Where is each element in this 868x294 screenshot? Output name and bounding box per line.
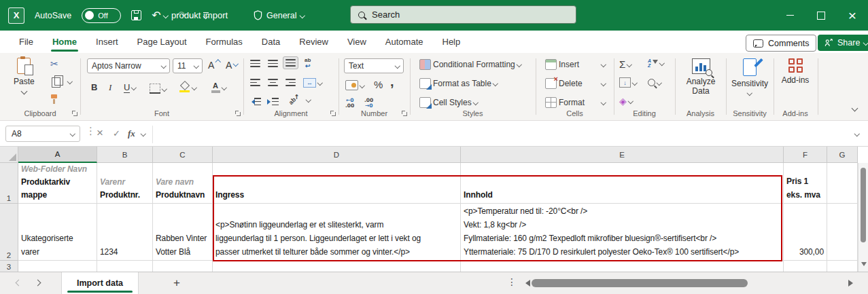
align-top-button[interactable] bbox=[250, 60, 260, 67]
paste-dropdown-icon[interactable] bbox=[20, 88, 27, 95]
find-dropdown-icon[interactable] bbox=[657, 80, 662, 86]
undo-icon[interactable] bbox=[152, 10, 160, 22]
align-right-button[interactable] bbox=[285, 79, 296, 86]
orientation-button[interactable] bbox=[288, 96, 311, 103]
percent-style-button[interactable] bbox=[374, 79, 383, 90]
fill-dropdown-icon[interactable] bbox=[632, 80, 638, 86]
col-header-d[interactable]: D bbox=[213, 147, 461, 163]
privacy-menu[interactable]: General bbox=[254, 0, 305, 31]
undo-dropdown-icon[interactable] bbox=[162, 13, 168, 18]
underline-dropdown-icon[interactable] bbox=[131, 85, 137, 90]
row-header-2[interactable]: 2 bbox=[0, 204, 18, 261]
col-header-e[interactable]: E bbox=[461, 147, 784, 163]
borders-button[interactable] bbox=[150, 84, 167, 94]
col-header-c[interactable]: C bbox=[153, 147, 213, 163]
excel-logo-icon[interactable] bbox=[8, 7, 24, 24]
cell-g3[interactable] bbox=[827, 261, 858, 272]
row-header-1[interactable]: 1 bbox=[0, 163, 18, 204]
scroll-left-icon[interactable] bbox=[522, 280, 530, 287]
font-color-button[interactable] bbox=[211, 82, 226, 93]
add-sheet-button[interactable]: + bbox=[169, 275, 185, 291]
cell-d2[interactable]: <p>Snøtinn liggeunderlag er et slitester… bbox=[213, 204, 461, 261]
horizontal-scrollbar-thumb[interactable] bbox=[532, 279, 748, 287]
cell-d1[interactable]: Ingress bbox=[213, 163, 461, 204]
underline-button[interactable]: U bbox=[124, 82, 136, 93]
italic-button[interactable]: I bbox=[109, 82, 111, 93]
decrease-decimal-button[interactable] bbox=[364, 98, 373, 108]
increase-indent-button[interactable] bbox=[268, 98, 279, 105]
insert-function-button[interactable]: fx bbox=[128, 127, 135, 141]
cell-g1[interactable] bbox=[827, 163, 858, 204]
cell-a3[interactable] bbox=[18, 261, 97, 272]
cell-c1[interactable]: Vare navn Produktnavn bbox=[153, 163, 213, 204]
formula-input[interactable] bbox=[152, 126, 857, 143]
tab-view[interactable]: View bbox=[338, 31, 376, 53]
sort-filter-button[interactable]: AZ bbox=[648, 58, 664, 68]
addins-button[interactable]: Add-ins bbox=[778, 58, 813, 85]
decrease-font-button[interactable] bbox=[226, 60, 238, 71]
vertical-scrollbar[interactable] bbox=[858, 163, 868, 272]
cell-styles-button[interactable]: Cell Styles bbox=[419, 97, 477, 108]
maximize-button[interactable] bbox=[805, 0, 837, 31]
autosum-dropdown-icon[interactable] bbox=[627, 62, 632, 67]
scroll-right-icon[interactable] bbox=[848, 280, 856, 287]
col-header-b[interactable]: B bbox=[97, 147, 153, 163]
cell-c3[interactable] bbox=[153, 261, 213, 272]
save-icon[interactable] bbox=[131, 10, 141, 20]
copy-dropdown-icon[interactable] bbox=[67, 79, 73, 84]
share-button[interactable]: Share bbox=[818, 35, 868, 51]
increase-font-button[interactable] bbox=[208, 60, 220, 71]
cut-button[interactable] bbox=[50, 58, 58, 69]
align-middle-button[interactable] bbox=[268, 60, 278, 67]
close-button[interactable] bbox=[837, 0, 868, 31]
clear-dropdown-icon[interactable] bbox=[628, 98, 633, 104]
select-all-corner[interactable] bbox=[0, 147, 18, 163]
accounting-format-button[interactable] bbox=[345, 80, 364, 90]
format-painter-button[interactable] bbox=[50, 94, 58, 104]
align-left-button[interactable] bbox=[250, 79, 260, 86]
autosum-button[interactable] bbox=[619, 58, 631, 70]
enter-icon[interactable] bbox=[113, 126, 120, 142]
fill-color-button[interactable] bbox=[179, 82, 196, 92]
sort-filter-dropdown-icon[interactable] bbox=[659, 60, 665, 66]
tab-formulas[interactable]: Formulas bbox=[196, 31, 252, 53]
alignment-dialog-launcher[interactable] bbox=[330, 111, 336, 116]
cell-b1[interactable]: Varenr Produktnr. bbox=[97, 163, 153, 204]
font-size-select[interactable]: 11 bbox=[173, 58, 203, 73]
font-name-select[interactable]: Aptos Narrow bbox=[87, 58, 170, 73]
number-dialog-launcher[interactable] bbox=[402, 111, 407, 116]
collapse-ribbon-icon[interactable] bbox=[852, 105, 858, 112]
scroll-down-icon[interactable] bbox=[861, 262, 867, 269]
clear-button[interactable] bbox=[619, 96, 632, 107]
minimize-button[interactable] bbox=[774, 0, 805, 31]
orientation-dropdown-icon[interactable] bbox=[306, 97, 311, 103]
sensitivity-button[interactable]: Sensitivity bbox=[729, 58, 771, 95]
align-center-button[interactable] bbox=[268, 79, 278, 86]
format-cells-button[interactable]: Format bbox=[545, 97, 605, 108]
tab-data[interactable]: Data bbox=[252, 31, 290, 53]
cell-b2[interactable]: 1234 bbox=[97, 204, 153, 261]
cell-b3[interactable] bbox=[97, 261, 153, 272]
cell-a2[interactable]: Ukategorisertevarer bbox=[18, 204, 97, 261]
col-header-f[interactable]: F bbox=[784, 147, 827, 163]
insert-cells-button[interactable]: Insert bbox=[545, 59, 605, 70]
row-header-3[interactable]: 3 bbox=[0, 261, 18, 272]
copy-button[interactable] bbox=[49, 75, 72, 88]
cell-f1[interactable]: Pris 1eks. mva bbox=[784, 163, 827, 204]
font-color-dropdown-icon[interactable] bbox=[222, 85, 227, 90]
prev-sheet-icon[interactable] bbox=[16, 280, 22, 287]
tab-review[interactable]: Review bbox=[290, 31, 338, 53]
cancel-icon[interactable] bbox=[97, 126, 103, 141]
cell-a1[interactable]: Web-Folder Navn Produktarkiv mappe bbox=[18, 163, 97, 204]
autosave-toggle[interactable]: Off bbox=[82, 8, 121, 23]
increase-decimal-button[interactable] bbox=[345, 98, 354, 108]
format-as-table-button[interactable]: Format as Table bbox=[419, 78, 497, 89]
font-dialog-launcher[interactable] bbox=[235, 111, 241, 116]
insert-function-dropdown-icon[interactable] bbox=[141, 131, 146, 136]
clipboard-dialog-launcher[interactable] bbox=[72, 111, 77, 116]
tab-file[interactable]: File bbox=[10, 31, 43, 53]
tab-page-layout[interactable]: Page Layout bbox=[128, 31, 196, 53]
number-format-select[interactable]: Text bbox=[344, 58, 404, 73]
vertical-scrollbar-thumb[interactable] bbox=[861, 168, 866, 242]
sensitivity-dropdown-icon[interactable] bbox=[747, 90, 752, 96]
